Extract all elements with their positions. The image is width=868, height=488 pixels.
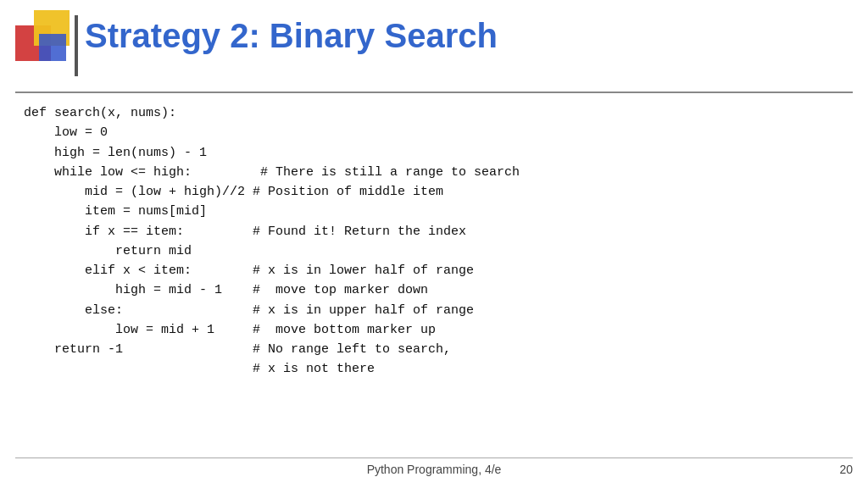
footer-center-text: Python Programming, 4/e (367, 463, 502, 476)
code-block: def search(x, nums): low = 0 high = len(… (24, 103, 844, 380)
deco-blue-block (39, 34, 66, 61)
title-rule (15, 92, 853, 93)
footer-page-number: 20 (802, 463, 853, 476)
title-accent-bar (75, 15, 78, 76)
slide-title: Strategy 2: Binary Search (85, 17, 498, 55)
footer: Python Programming, 4/e 20 (15, 458, 853, 476)
decorative-blocks (15, 10, 83, 78)
